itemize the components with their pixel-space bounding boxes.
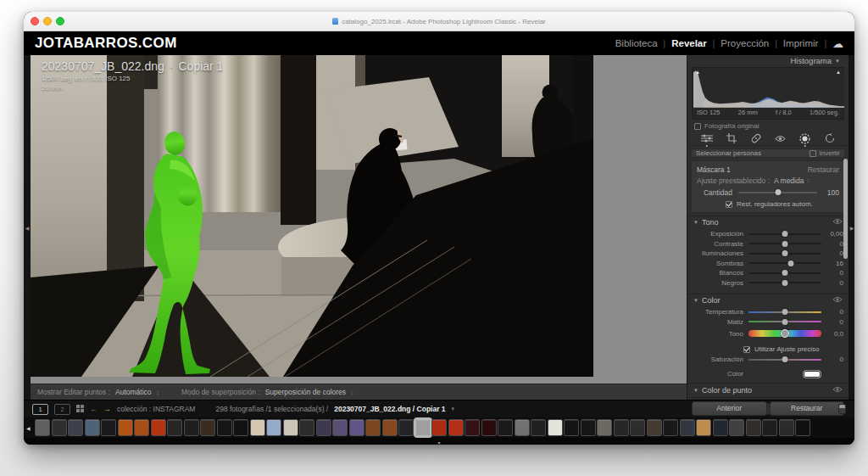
healing-icon[interactable] <box>749 132 763 145</box>
filmstrip-thumbnail[interactable] <box>300 420 314 435</box>
slider-thumb[interactable] <box>782 309 788 315</box>
saturation-slider-thumb[interactable] <box>782 356 788 362</box>
filmstrip-thumbnail[interactable] <box>515 420 529 435</box>
filmstrip-scroll-left-icon[interactable]: ◀ <box>26 425 31 431</box>
filmstrip-thumbnail[interactable] <box>201 420 214 435</box>
go-forward-icon[interactable]: → <box>103 405 111 413</box>
slider-value[interactable]: 0,0 <box>821 330 843 338</box>
grid-view-icon[interactable] <box>76 405 84 414</box>
invert-checkbox[interactable] <box>810 150 816 157</box>
filmstrip-thumbnail[interactable] <box>86 420 99 435</box>
masking-icon[interactable] <box>798 132 812 145</box>
filmstrip-thumbnail[interactable] <box>119 420 132 435</box>
photo-preview[interactable] <box>31 55 593 377</box>
mask-restore-link[interactable]: Restaurar <box>808 165 839 174</box>
saturation-slider-track[interactable] <box>748 359 821 361</box>
filmstrip-thumbnail[interactable] <box>449 420 463 435</box>
filmstrip-thumbnail[interactable] <box>333 420 347 435</box>
slider-value[interactable]: 0 <box>821 308 843 316</box>
filmstrip-thumbnail[interactable] <box>796 420 810 435</box>
slider-track[interactable] <box>748 321 821 322</box>
highlight-clipping-icon[interactable]: ▲ <box>836 70 841 75</box>
filmstrip-thumbnail[interactable] <box>366 420 380 435</box>
collection-breadcrumb[interactable]: colección : INSTAGRAM <box>117 405 195 413</box>
filmstrip-thumbnail[interactable] <box>416 420 430 435</box>
sync-reset-icon[interactable] <box>823 132 837 145</box>
eye-visibility-icon[interactable] <box>832 296 843 305</box>
current-file-name[interactable]: 20230707_JB_022.dng / Copiar 1 <box>334 405 445 413</box>
filmstrip-thumbnail[interactable] <box>482 420 496 435</box>
filmstrip-thumbnail[interactable] <box>747 420 760 435</box>
filmstrip-thumbnail[interactable] <box>218 420 231 435</box>
slider-thumb[interactable] <box>782 231 788 237</box>
filter-toggle-switch[interactable] <box>838 404 846 414</box>
module-tab[interactable]: Imprimir <box>783 38 819 48</box>
minimize-button[interactable] <box>43 17 52 25</box>
filmstrip-thumbnail[interactable] <box>615 420 628 435</box>
auto-sliders-checkbox[interactable] <box>726 201 732 208</box>
eye-visibility-icon[interactable] <box>832 218 843 227</box>
slider-value[interactable]: 0 <box>821 269 843 277</box>
slider-track[interactable] <box>748 262 821 264</box>
slider-thumb[interactable] <box>782 241 788 247</box>
filmstrip-thumbnail[interactable] <box>714 420 727 435</box>
filmstrip-thumbnail[interactable] <box>102 420 115 435</box>
overlay-mode-dropdown[interactable]: Superposición de colores <box>265 388 346 396</box>
slider-value[interactable]: 0 <box>821 318 843 326</box>
slider-thumb[interactable] <box>782 270 788 276</box>
slider-value[interactable]: 16 <box>821 260 843 267</box>
module-tab[interactable]: Revelar <box>671 38 707 48</box>
slider-value[interactable]: 0,00 <box>821 230 843 238</box>
color-swatch[interactable] <box>803 370 821 378</box>
preset-dropdown[interactable]: A medida <box>774 176 804 185</box>
go-back-icon[interactable]: ← <box>90 405 97 413</box>
filmstrip-thumbnail[interactable] <box>168 420 181 435</box>
histogram-graph[interactable] <box>693 69 844 108</box>
right-panel-collapse[interactable]: ▶ <box>849 55 854 400</box>
slider-value[interactable]: 0 <box>821 240 843 248</box>
histogram-panel-header[interactable]: Histograma ▼ <box>687 55 849 65</box>
precise-adjust-checkbox[interactable] <box>743 346 750 353</box>
select-people-bar[interactable]: Seleccionar personas Invertir <box>691 148 845 158</box>
tone-section-header[interactable]: ▼ Tono <box>687 216 849 228</box>
amount-slider-track[interactable] <box>738 192 817 193</box>
previous-button[interactable]: Anterior <box>692 401 767 416</box>
filmstrip-thumbnail[interactable] <box>581 420 595 435</box>
amount-slider-thumb[interactable] <box>775 189 781 195</box>
slider-thumb[interactable] <box>782 250 788 256</box>
restore-button[interactable]: Restaurar <box>770 401 845 416</box>
panel-scrollbar[interactable] <box>843 159 848 259</box>
module-tab[interactable]: Biblioteca <box>615 38 658 48</box>
filmstrip-thumbnail[interactable] <box>780 420 793 435</box>
shadow-clipping-icon[interactable]: ▲ <box>695 70 700 75</box>
filmstrip-thumbnail[interactable] <box>69 420 82 435</box>
slider-track[interactable] <box>748 233 821 235</box>
edit-sliders-icon[interactable] <box>700 132 714 145</box>
file-dropdown-caret-icon[interactable]: ▾ <box>452 406 455 412</box>
slider-track[interactable] <box>748 253 821 255</box>
amount-value[interactable]: 100 <box>817 188 839 197</box>
filmstrip-thumbnail[interactable] <box>432 420 446 435</box>
filmstrip-thumbnail[interactable] <box>152 420 165 435</box>
filmstrip-thumbnail[interactable] <box>317 420 331 435</box>
filmstrip-thumbnail[interactable] <box>548 420 562 435</box>
filmstrip-thumbnail[interactable] <box>399 420 413 435</box>
filmstrip-thumbnail[interactable] <box>681 420 694 435</box>
filmstrip-thumbnail[interactable] <box>350 420 364 435</box>
edit-pins-dropdown[interactable]: Automático <box>115 388 152 396</box>
left-panel-collapse[interactable]: ◀ <box>24 55 31 400</box>
crop-icon[interactable] <box>725 132 738 145</box>
slider-thumb[interactable] <box>782 319 788 325</box>
close-button[interactable] <box>31 17 39 25</box>
filmstrip-thumbnail[interactable] <box>565 420 578 435</box>
slider-thumb[interactable] <box>787 260 793 266</box>
eye-visibility-icon[interactable] <box>832 386 843 395</box>
original-photo-checkbox[interactable] <box>694 123 701 130</box>
slider-thumb[interactable] <box>781 329 789 338</box>
filmstrip-thumbnail[interactable] <box>36 420 49 435</box>
color-section-header[interactable]: ▼ Color <box>687 294 849 306</box>
cloud-sync-icon[interactable]: ☁ <box>832 38 843 49</box>
module-tab[interactable]: Proyección <box>721 38 769 48</box>
filmstrip-thumbnail[interactable] <box>465 420 479 435</box>
filmstrip-thumbnail[interactable] <box>631 420 644 435</box>
